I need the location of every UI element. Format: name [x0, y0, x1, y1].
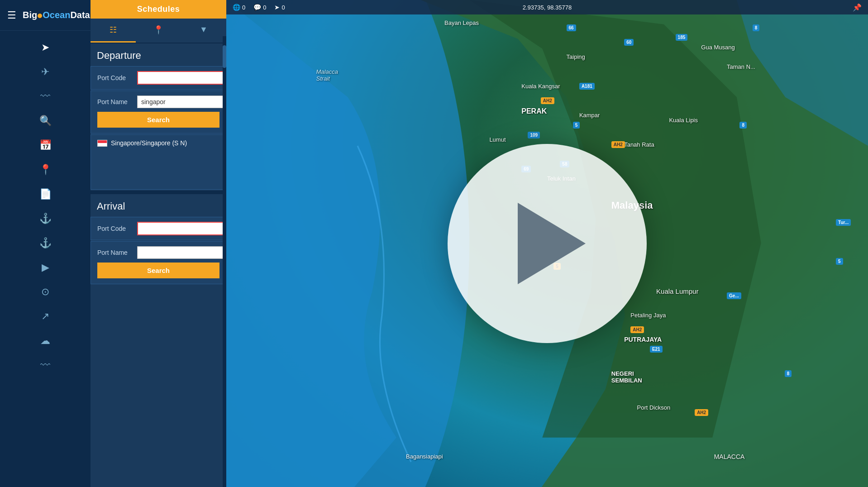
nav-item-calendar[interactable]: 📅 — [0, 133, 91, 158]
departure-port-code-label: Port Code — [97, 74, 134, 81]
sidebar-header: ☰ BigOceanData — [0, 0, 91, 31]
departure-port-name-input[interactable] — [137, 95, 224, 108]
departure-section-header: Departure — [91, 43, 226, 65]
nav-item-cloud[interactable]: ☁ — [0, 329, 91, 353]
arrival-port-code-label: Port Code — [97, 225, 134, 232]
nav-item-location[interactable]: 📍 — [0, 158, 91, 182]
departure-dropdown: Singapore/Singapore (S N) — [91, 134, 226, 190]
panel-tabs: ☷ 📍 ▼ — [91, 19, 226, 43]
target-icon: ➤ — [274, 4, 280, 11]
logo-data: Data — [70, 10, 90, 20]
section-divider — [91, 191, 226, 194]
schedules-panel: Schedules ☷ 📍 ▼ Departure Port Code — [91, 0, 226, 487]
arrival-port-code-input[interactable] — [137, 222, 225, 235]
map-stat-target: ➤ 0 — [274, 4, 285, 11]
map-pin-icon: 📌 — [853, 3, 862, 12]
flights-icon: ✈ — [41, 66, 49, 78]
globe-count: 0 — [242, 4, 245, 11]
globe-icon: 🌐 — [233, 4, 240, 11]
map-stat-chat: 💬 0 — [253, 4, 266, 11]
route-tab-icon: 📍 — [153, 25, 163, 34]
nav-item-routes[interactable]: 〰 — [0, 84, 91, 109]
waves-icon: 〰 — [40, 359, 50, 371]
replay-icon: ⊙ — [41, 286, 49, 298]
arrival-search-button[interactable]: Search — [97, 263, 219, 278]
chat-count: 0 — [263, 4, 266, 11]
map-stat-globe: 🌐 0 — [233, 4, 245, 11]
sidebar: ☰ BigOceanData ➤ ✈ 〰 🔍 📅 📍 📄 ⚓ ⚓ — [0, 0, 91, 487]
arrival-section-header: Arrival — [91, 194, 226, 216]
departure-port-name-label: Port Name — [97, 98, 134, 105]
tab-route[interactable]: 📍 — [136, 19, 181, 43]
navigate-icon: ➤ — [41, 42, 49, 53]
chat-icon: 💬 — [253, 4, 261, 11]
arrival-port-name-label: Port Name — [97, 249, 134, 256]
target-count: 0 — [281, 4, 285, 11]
map-svg — [226, 0, 868, 487]
panel-scroll[interactable]: Schedules ☷ 📍 ▼ Departure Port Code — [91, 0, 226, 487]
dropdown-list: Singapore/Singapore (S N) — [91, 135, 226, 189]
nav-item-expand[interactable]: ↗ — [0, 304, 91, 329]
nav-item-documents[interactable]: 📄 — [0, 182, 91, 206]
map-coordinates: 2.93735, 98.35778 — [523, 4, 572, 11]
departure-search-button[interactable]: Search — [97, 112, 219, 128]
search-icon: 🔍 — [39, 115, 52, 127]
singapore-flag — [97, 140, 107, 147]
anchor2-icon: ⚓ — [39, 237, 52, 249]
location-icon: 📍 — [39, 164, 52, 176]
panel-title: Schedules — [91, 0, 226, 19]
anchor1-icon: ⚓ — [39, 213, 52, 224]
documents-icon: 📄 — [39, 188, 52, 200]
map-area[interactable]: 🌐 0 💬 0 ➤ 0 2.93735, 98.35778 📌 Bayan Le… — [226, 0, 868, 487]
logo-dot — [38, 14, 42, 18]
routes-icon: 〰 — [40, 91, 50, 102]
nav-item-navigate[interactable]: ➤ — [0, 35, 91, 60]
tab-ship[interactable]: ☷ — [91, 19, 136, 43]
logo-ocean: Ocean — [43, 10, 70, 20]
singapore-option-text: Singapore/Singapore (S N) — [111, 139, 187, 147]
cloud-icon: ☁ — [40, 335, 50, 347]
nav-item-waves[interactable]: 〰 — [0, 353, 91, 377]
expand-icon: ↗ — [41, 310, 49, 322]
hamburger-icon[interactable]: ☰ — [7, 10, 16, 21]
dropdown-item-singapore[interactable]: Singapore/Singapore (S N) — [91, 135, 226, 151]
nav-item-flights[interactable]: ✈ — [0, 60, 91, 84]
nav-item-replay[interactable]: ⊙ — [0, 280, 91, 304]
ship-tab-icon: ☷ — [110, 25, 117, 34]
nav-item-anchor1[interactable]: ⚓ — [0, 206, 91, 231]
departure-port-name-row: Port Name Search — [91, 91, 226, 134]
calendar-icon: 📅 — [39, 139, 52, 151]
filter-tab-icon: ▼ — [200, 25, 208, 34]
arrival-port-name-row: Port Name Search — [91, 241, 226, 284]
map-topbar: 🌐 0 💬 0 ➤ 0 2.93735, 98.35778 📌 — [226, 0, 868, 14]
sidebar-nav: ➤ ✈ 〰 🔍 📅 📍 📄 ⚓ ⚓ ▶ ⊙ — [0, 31, 91, 487]
arrival-port-code-row: Port Code — [91, 217, 226, 240]
departure-port-code-input[interactable] — [137, 71, 225, 85]
departure-port-code-row: Port Code — [91, 66, 226, 90]
tab-filter[interactable]: ▼ — [181, 19, 226, 43]
arrival-port-name-input[interactable] — [137, 246, 224, 259]
nav-item-play[interactable]: ▶ — [0, 255, 91, 280]
nav-item-search[interactable]: 🔍 — [0, 109, 91, 133]
nav-item-anchor2[interactable]: ⚓ — [0, 231, 91, 255]
logo-big: Big — [23, 10, 37, 20]
logo: BigOceanData — [23, 10, 90, 20]
play-icon: ▶ — [42, 262, 49, 273]
